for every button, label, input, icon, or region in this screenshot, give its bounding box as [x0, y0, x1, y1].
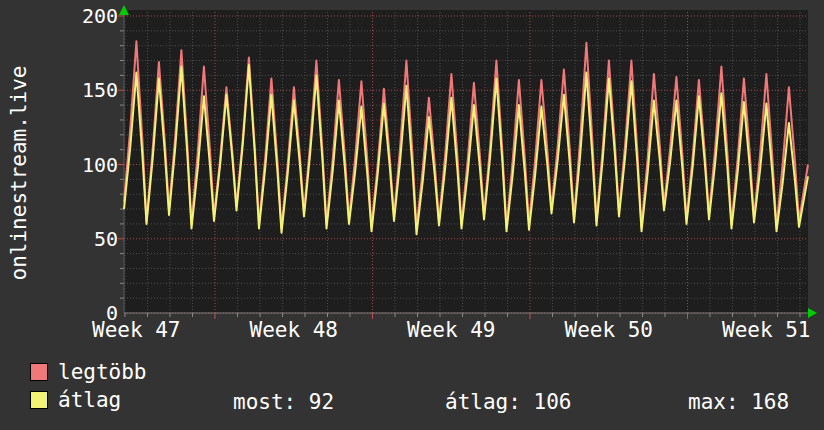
stat-max: max: 168	[688, 390, 789, 414]
legtobb-legend-label: legtöbb	[58, 362, 147, 383]
y-axis-tick-label: 150	[6, 79, 118, 101]
y-axis-tick-label: 200	[6, 5, 118, 27]
x-axis-week-label: Week 47	[86, 318, 186, 342]
stat-atlag: átlag: 106	[445, 390, 571, 414]
legend-row-atlag: átlag	[30, 391, 121, 409]
stat-most: most: 92	[233, 390, 334, 414]
legend-row-legtobb: legtöbb	[30, 363, 147, 381]
x-axis-week-label: Week 49	[401, 318, 501, 342]
y-axis-tick-label: 50	[6, 228, 118, 250]
legtobb-color-swatch	[30, 363, 48, 381]
atlag-legend-label: átlag	[58, 390, 121, 411]
x-axis-week-label: Week 51	[716, 318, 816, 342]
x-axis-arrow-icon	[808, 308, 817, 318]
atlag-color-swatch	[30, 391, 48, 409]
x-axis-week-label: Week 50	[559, 318, 659, 342]
x-axis-week-label: Week 48	[244, 318, 344, 342]
y-axis-tick-label: 100	[6, 154, 118, 176]
